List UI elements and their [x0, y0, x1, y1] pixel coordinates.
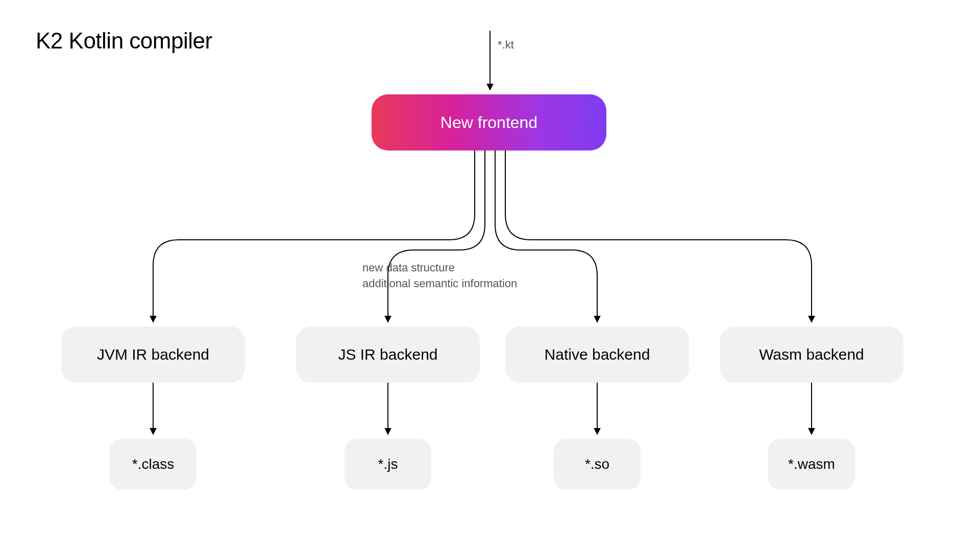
backend-label: JS IR backend	[338, 346, 437, 363]
input-file-label: *.kt	[498, 38, 514, 52]
arrow-to-wasm	[505, 151, 812, 321]
output-node-class: *.class	[110, 439, 197, 490]
annotation-line-2: additional semantic information	[362, 276, 517, 292]
frontend-node: New frontend	[372, 94, 606, 151]
backend-node-jvm: JVM IR backend	[61, 327, 245, 383]
output-node-so: *.so	[554, 439, 641, 490]
output-label: *.so	[585, 456, 609, 472]
output-label: *.class	[132, 456, 174, 472]
arrow-to-js	[388, 151, 485, 321]
backend-node-js: JS IR backend	[296, 327, 480, 383]
output-node-js: *.js	[345, 439, 431, 490]
annotation-line-1: new data structure	[362, 260, 517, 276]
k2-compiler-diagram: K2 Kotlin compiler *.kt New frontend new…	[0, 0, 980, 551]
backend-label: Native backend	[545, 346, 650, 363]
frontend-label: New frontend	[440, 113, 537, 132]
backend-node-native: Native backend	[505, 327, 689, 383]
arrow-to-jvm	[153, 151, 475, 321]
backend-node-wasm: Wasm backend	[720, 327, 903, 383]
output-label: *.wasm	[788, 456, 835, 472]
edge-annotation: new data structure additional semantic i…	[362, 260, 517, 292]
output-node-wasm: *.wasm	[768, 439, 855, 490]
backend-label: JVM IR backend	[97, 346, 209, 363]
arrow-to-native	[495, 151, 597, 321]
output-label: *.js	[378, 456, 398, 472]
backend-label: Wasm backend	[759, 346, 864, 363]
diagram-title: K2 Kotlin compiler	[36, 28, 212, 54]
